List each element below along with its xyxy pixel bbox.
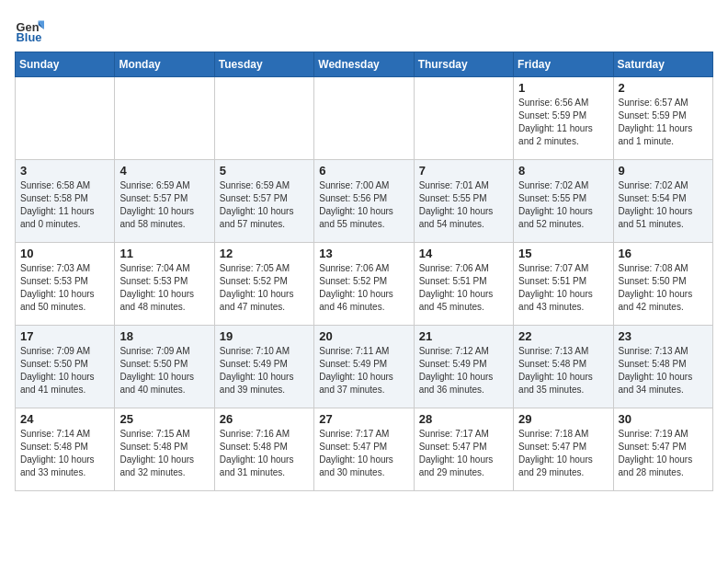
day-info: Sunrise: 7:03 AM Sunset: 5:53 PM Dayligh… [20, 262, 109, 314]
calendar-cell: 14Sunrise: 7:06 AM Sunset: 5:51 PM Dayli… [414, 243, 513, 326]
week-row-2: 3Sunrise: 6:58 AM Sunset: 5:58 PM Daylig… [16, 160, 713, 243]
svg-text:Blue: Blue [17, 30, 42, 44]
calendar-cell: 18Sunrise: 7:09 AM Sunset: 5:50 PM Dayli… [115, 326, 214, 408]
calendar-table: SundayMondayTuesdayWednesdayThursdayFrid… [15, 52, 713, 491]
day-info: Sunrise: 7:02 AM Sunset: 5:54 PM Dayligh… [619, 179, 708, 231]
day-number: 26 [220, 412, 309, 426]
calendar-cell: 27Sunrise: 7:17 AM Sunset: 5:47 PM Dayli… [314, 408, 414, 491]
calendar-cell: 5Sunrise: 6:59 AM Sunset: 5:57 PM Daylig… [214, 160, 313, 243]
day-number: 16 [619, 247, 708, 260]
day-number: 27 [319, 412, 408, 426]
day-info: Sunrise: 7:15 AM Sunset: 5:48 PM Dayligh… [119, 428, 209, 479]
week-row-1: 1Sunrise: 6:56 AM Sunset: 5:59 PM Daylig… [16, 77, 713, 160]
day-number: 1 [518, 81, 608, 95]
calendar-cell: 9Sunrise: 7:02 AM Sunset: 5:54 PM Daylig… [613, 160, 712, 243]
day-number: 4 [119, 164, 209, 178]
calendar-cell: 17Sunrise: 7:09 AM Sunset: 5:50 PM Dayli… [16, 326, 115, 408]
day-number: 25 [119, 412, 209, 426]
calendar-cell: 25Sunrise: 7:15 AM Sunset: 5:48 PM Dayli… [115, 408, 214, 491]
day-info: Sunrise: 7:17 AM Sunset: 5:47 PM Dayligh… [319, 428, 408, 479]
day-info: Sunrise: 7:16 AM Sunset: 5:48 PM Dayligh… [220, 428, 309, 479]
calendar-cell [414, 77, 513, 160]
calendar-cell: 20Sunrise: 7:11 AM Sunset: 5:49 PM Dayli… [314, 326, 414, 408]
day-number: 14 [419, 247, 508, 260]
calendar-cell: 1Sunrise: 6:56 AM Sunset: 5:59 PM Daylig… [514, 77, 613, 160]
day-info: Sunrise: 6:58 AM Sunset: 5:58 PM Dayligh… [20, 179, 109, 231]
day-number: 30 [619, 412, 708, 426]
day-number: 17 [20, 329, 109, 343]
day-number: 20 [319, 329, 408, 343]
day-number: 13 [319, 247, 408, 260]
calendar-cell [115, 77, 214, 160]
day-info: Sunrise: 7:12 AM Sunset: 5:49 PM Dayligh… [419, 345, 508, 396]
day-number: 29 [518, 412, 608, 426]
day-number: 8 [518, 164, 608, 178]
day-number: 23 [619, 329, 708, 343]
day-number: 28 [419, 412, 508, 426]
day-info: Sunrise: 7:07 AM Sunset: 5:51 PM Dayligh… [518, 262, 608, 314]
col-header-tuesday: Tuesday [214, 52, 313, 77]
day-number: 2 [619, 81, 708, 95]
day-info: Sunrise: 7:06 AM Sunset: 5:51 PM Dayligh… [419, 262, 508, 314]
day-number: 15 [518, 247, 608, 260]
col-header-thursday: Thursday [414, 52, 513, 77]
calendar-header-row: SundayMondayTuesdayWednesdayThursdayFrid… [16, 52, 713, 77]
day-info: Sunrise: 7:11 AM Sunset: 5:49 PM Dayligh… [319, 345, 408, 396]
logo: Gen Blue [15, 15, 48, 44]
col-header-wednesday: Wednesday [314, 52, 414, 77]
calendar-cell: 29Sunrise: 7:18 AM Sunset: 5:47 PM Dayli… [514, 408, 613, 491]
day-info: Sunrise: 7:06 AM Sunset: 5:52 PM Dayligh… [319, 262, 408, 314]
calendar-cell: 8Sunrise: 7:02 AM Sunset: 5:55 PM Daylig… [514, 160, 613, 243]
day-number: 9 [619, 164, 708, 178]
day-number: 24 [20, 412, 109, 426]
col-header-friday: Friday [514, 52, 613, 77]
day-number: 21 [419, 329, 508, 343]
day-info: Sunrise: 7:09 AM Sunset: 5:50 PM Dayligh… [20, 345, 109, 396]
day-info: Sunrise: 7:18 AM Sunset: 5:47 PM Dayligh… [518, 428, 608, 479]
calendar-cell: 3Sunrise: 6:58 AM Sunset: 5:58 PM Daylig… [16, 160, 115, 243]
day-number: 3 [20, 164, 109, 178]
calendar-cell: 4Sunrise: 6:59 AM Sunset: 5:57 PM Daylig… [115, 160, 214, 243]
calendar-cell: 26Sunrise: 7:16 AM Sunset: 5:48 PM Dayli… [214, 408, 313, 491]
calendar-cell: 12Sunrise: 7:05 AM Sunset: 5:52 PM Dayli… [214, 243, 313, 326]
calendar-cell: 7Sunrise: 7:01 AM Sunset: 5:55 PM Daylig… [414, 160, 513, 243]
day-info: Sunrise: 7:13 AM Sunset: 5:48 PM Dayligh… [518, 345, 608, 396]
day-info: Sunrise: 7:10 AM Sunset: 5:49 PM Dayligh… [220, 345, 309, 396]
calendar-cell: 28Sunrise: 7:17 AM Sunset: 5:47 PM Dayli… [414, 408, 513, 491]
day-number: 5 [220, 164, 309, 178]
day-info: Sunrise: 7:19 AM Sunset: 5:47 PM Dayligh… [619, 428, 708, 479]
calendar-cell: 2Sunrise: 6:57 AM Sunset: 5:59 PM Daylig… [613, 77, 712, 160]
day-info: Sunrise: 6:59 AM Sunset: 5:57 PM Dayligh… [119, 179, 209, 231]
day-info: Sunrise: 7:00 AM Sunset: 5:56 PM Dayligh… [319, 179, 408, 231]
calendar-cell [314, 77, 414, 160]
day-number: 22 [518, 329, 608, 343]
calendar-cell: 19Sunrise: 7:10 AM Sunset: 5:49 PM Dayli… [214, 326, 313, 408]
week-row-5: 24Sunrise: 7:14 AM Sunset: 5:48 PM Dayli… [16, 408, 713, 491]
calendar-cell [214, 77, 313, 160]
day-number: 18 [119, 329, 209, 343]
col-header-saturday: Saturday [613, 52, 712, 77]
calendar-cell: 13Sunrise: 7:06 AM Sunset: 5:52 PM Dayli… [314, 243, 414, 326]
day-number: 6 [319, 164, 408, 178]
calendar-cell: 10Sunrise: 7:03 AM Sunset: 5:53 PM Dayli… [16, 243, 115, 326]
day-number: 12 [220, 247, 309, 260]
day-info: Sunrise: 7:13 AM Sunset: 5:48 PM Dayligh… [619, 345, 708, 396]
calendar-cell [16, 77, 115, 160]
day-info: Sunrise: 7:17 AM Sunset: 5:47 PM Dayligh… [419, 428, 508, 479]
day-info: Sunrise: 7:14 AM Sunset: 5:48 PM Dayligh… [20, 428, 109, 479]
day-info: Sunrise: 6:57 AM Sunset: 5:59 PM Dayligh… [619, 97, 708, 148]
day-number: 11 [119, 247, 209, 260]
calendar-cell: 21Sunrise: 7:12 AM Sunset: 5:49 PM Dayli… [414, 326, 513, 408]
day-info: Sunrise: 7:08 AM Sunset: 5:50 PM Dayligh… [619, 262, 708, 314]
col-header-monday: Monday [115, 52, 214, 77]
calendar-cell: 11Sunrise: 7:04 AM Sunset: 5:53 PM Dayli… [115, 243, 214, 326]
page-header: Gen Blue [15, 15, 713, 44]
day-number: 19 [220, 329, 309, 343]
calendar-cell: 24Sunrise: 7:14 AM Sunset: 5:48 PM Dayli… [16, 408, 115, 491]
day-info: Sunrise: 7:09 AM Sunset: 5:50 PM Dayligh… [119, 345, 209, 396]
day-info: Sunrise: 6:56 AM Sunset: 5:59 PM Dayligh… [518, 97, 608, 148]
day-info: Sunrise: 7:04 AM Sunset: 5:53 PM Dayligh… [119, 262, 209, 314]
week-row-3: 10Sunrise: 7:03 AM Sunset: 5:53 PM Dayli… [16, 243, 713, 326]
day-info: Sunrise: 6:59 AM Sunset: 5:57 PM Dayligh… [220, 179, 309, 231]
day-number: 10 [20, 247, 109, 260]
